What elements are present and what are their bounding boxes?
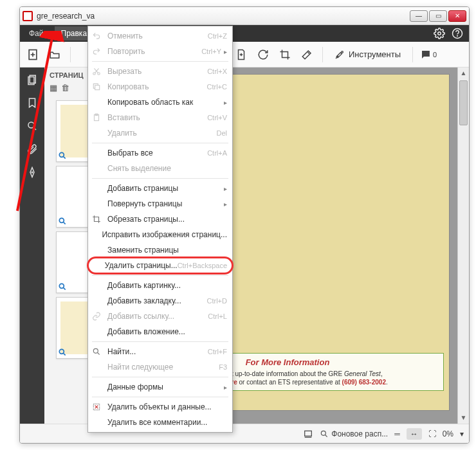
view-mode-icon[interactable] xyxy=(303,429,313,439)
fullscreen-icon[interactable]: ⛶ xyxy=(428,429,436,438)
menu-item-label: Добавить вложение... xyxy=(107,327,227,336)
undo-icon xyxy=(92,32,105,40)
menu-item-label: Отменить xyxy=(107,32,208,40)
menu-item-9[interactable]: Выбрать всеCtrl+A xyxy=(88,145,232,161)
scaling-label: Фоновое расп... xyxy=(331,429,388,438)
menu-item-20[interactable]: Добавить закладку...Ctrl+D xyxy=(88,293,232,309)
menu-item-shortcut: Ctrl+Backspace xyxy=(178,262,227,269)
gear-icon[interactable] xyxy=(433,27,446,40)
open-button[interactable] xyxy=(46,46,64,64)
menu-item-12[interactable]: Добавить страницы▸ xyxy=(88,181,232,196)
svg-point-0 xyxy=(438,32,441,35)
menu-item-shortcut: Ctrl+C xyxy=(207,83,227,91)
submenu-arrow-icon: ▸ xyxy=(224,99,227,106)
svg-point-11 xyxy=(59,284,64,288)
search-tab-icon[interactable] xyxy=(24,118,41,134)
svg-point-2 xyxy=(457,35,458,36)
submenu-arrow-icon: ▸ xyxy=(224,384,227,391)
menu-file[interactable]: Файл xyxy=(23,26,55,40)
app-icon xyxy=(23,11,33,21)
menu-item-7: УдалитьDel xyxy=(88,125,232,141)
menu-item-label: Удалить объекты и данные... xyxy=(107,402,227,411)
menu-item-22[interactable]: Добавить вложение... xyxy=(88,324,232,339)
svg-point-20 xyxy=(93,348,98,353)
submenu-arrow-icon: ▸ xyxy=(224,185,227,192)
menu-item-label: Удалить все комментарии... xyxy=(107,418,227,427)
fit-width-icon[interactable]: ═ xyxy=(394,429,400,438)
submenu-arrow-icon: ▸ xyxy=(224,201,227,208)
menu-item-shortcut: Ctrl+F xyxy=(208,348,227,356)
menu-item-shortcut: Del xyxy=(216,129,227,137)
svg-point-12 xyxy=(59,349,64,354)
menu-item-label: Повернуть страницы xyxy=(107,199,221,208)
menu-item-5[interactable]: Копировать область как▸ xyxy=(88,94,232,110)
menu-item-label: Выбрать все xyxy=(107,148,207,158)
fit-horiz-icon[interactable]: ↔ xyxy=(407,428,422,440)
comment-button[interactable]: 0 xyxy=(419,46,437,64)
menu-item-4: КопироватьCtrl+C xyxy=(88,79,232,94)
menu-item-15[interactable]: Исправить изображения страниц... xyxy=(88,227,232,242)
crop-icon xyxy=(92,215,105,224)
vertical-scrollbar[interactable]: ▲ ▼ xyxy=(457,68,469,424)
svg-point-10 xyxy=(59,218,64,222)
menu-item-label: Добавить ссылку... xyxy=(107,312,208,321)
zoom-search-icon[interactable]: Фоновое расп... xyxy=(320,429,388,438)
menu-item-label: Вырезать xyxy=(107,67,207,76)
menu-item-6: ВставитьCtrl+V xyxy=(88,110,232,125)
panel-title: СТРАНИЦ xyxy=(50,71,84,79)
menu-item-label: Вставить xyxy=(107,113,207,122)
menu-item-29[interactable]: Удалить объекты и данные... xyxy=(88,399,232,415)
menu-item-label: Удалить страницы... xyxy=(105,261,178,270)
rotate-button[interactable] xyxy=(254,46,272,64)
crop-button[interactable] xyxy=(276,46,294,64)
menu-item-label: Копировать xyxy=(107,82,207,91)
window-title: gre_research_va xyxy=(37,12,410,21)
attachments-tab-icon[interactable] xyxy=(24,141,41,158)
menu-item-label: Найти... xyxy=(107,347,208,356)
pages-tab-icon[interactable] xyxy=(24,71,41,88)
svg-point-9 xyxy=(59,152,64,157)
instruments-button[interactable]: Инструменты xyxy=(329,47,406,62)
menu-item-25: Найти следующееF3 xyxy=(88,359,232,375)
link-icon xyxy=(92,312,105,321)
menu-item-label: Заменить страницы xyxy=(107,246,227,255)
menu-item-27[interactable]: Данные формы▸ xyxy=(88,379,232,395)
menu-item-label: Повторить xyxy=(107,47,201,56)
menu-item-shortcut: Ctrl+D xyxy=(207,297,227,305)
menu-item-24[interactable]: Найти...Ctrl+F xyxy=(88,344,232,359)
close-button[interactable]: ✕ xyxy=(448,10,466,22)
menu-item-14[interactable]: Обрезать страницы... xyxy=(88,212,232,227)
submenu-arrow-icon: ▸ xyxy=(224,48,227,55)
maximize-button[interactable]: ▭ xyxy=(429,10,447,22)
new-doc-button[interactable] xyxy=(24,46,42,64)
menu-item-label: Найти следующее xyxy=(107,363,219,372)
help-icon[interactable] xyxy=(451,27,464,40)
menu-item-19[interactable]: Добавить картинку... xyxy=(88,278,232,293)
menu-item-label: Обрезать страницы... xyxy=(107,215,227,224)
bookmark-tab-icon[interactable] xyxy=(24,94,41,111)
menu-item-30[interactable]: Удалить все комментарии... xyxy=(88,415,232,430)
menu-item-shortcut: Ctrl+Y xyxy=(201,48,221,55)
pen-tab-icon[interactable] xyxy=(24,164,41,181)
menu-item-16[interactable]: Заменить страницы xyxy=(88,242,232,258)
zoom-value[interactable]: 0% xyxy=(443,429,453,438)
menu-item-0: ОтменитьCtrl+Z xyxy=(88,28,232,44)
menu-item-shortcut: Ctrl+V xyxy=(207,114,227,122)
panel-delete-icon[interactable]: 🗑 xyxy=(61,83,69,93)
paste-icon xyxy=(92,113,105,122)
minimize-button[interactable]: — xyxy=(410,10,428,22)
add-page-button[interactable] xyxy=(232,46,250,64)
copy-icon xyxy=(92,82,105,91)
menu-item-label: Снять выделение xyxy=(107,164,227,173)
instruments-label: Инструменты xyxy=(349,50,401,59)
svg-point-7 xyxy=(28,122,34,128)
menu-item-label: Добавить закладку... xyxy=(107,296,207,305)
zoom-dropdown-icon[interactable]: ▾ xyxy=(460,429,464,438)
menu-item-17[interactable]: Удалить страницы...Ctrl+Backspace xyxy=(88,258,232,273)
menu-item-13[interactable]: Повернуть страницы▸ xyxy=(88,196,232,212)
menu-item-1: ПовторитьCtrl+Y▸ xyxy=(88,44,232,59)
wand-button[interactable] xyxy=(298,46,316,64)
svg-point-14 xyxy=(322,431,326,435)
panel-add-icon[interactable]: ▦ xyxy=(50,83,57,93)
menu-item-shortcut: Ctrl+Z xyxy=(208,32,227,40)
